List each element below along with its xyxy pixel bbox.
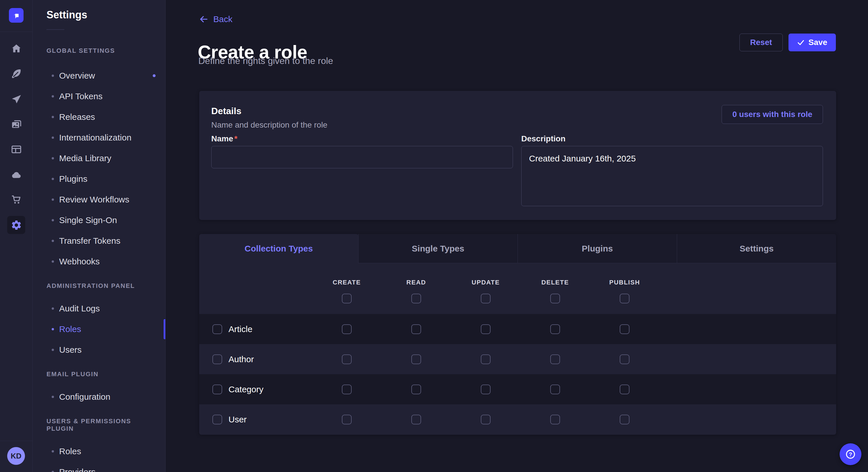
details-subtitle: Name and description of the role [211, 121, 328, 130]
row-select-checkbox[interactable] [212, 384, 222, 394]
author-create-checkbox[interactable] [342, 355, 352, 364]
sidebar-item-plugins[interactable]: Plugins [33, 169, 165, 189]
description-field-group: Description Created January 16th, 2025 [521, 134, 823, 207]
sidebar-item-users[interactable]: Users [33, 339, 165, 360]
check-icon [797, 39, 805, 46]
tab-settings[interactable]: Settings [677, 234, 836, 263]
tab-single-types[interactable]: Single Types [358, 234, 518, 263]
permissions-table: CREATE READ UPDATE DELETE PUBLISH [199, 263, 836, 435]
page-subtitle: Define the rights given to the role [198, 56, 333, 66]
sidebar-title: Settings [46, 9, 165, 21]
strapi-logo[interactable] [9, 8, 24, 23]
section-heading-global-settings: GLOBAL SETTINGS [46, 47, 152, 55]
sidebar-item-configuration[interactable]: Configuration [33, 386, 165, 407]
user-update-checkbox[interactable] [481, 415, 491, 425]
settings-gear-icon-active[interactable] [7, 216, 25, 234]
author-update-checkbox[interactable] [481, 355, 491, 364]
select-all-create-checkbox[interactable] [342, 294, 352, 303]
user-avatar[interactable]: KD [7, 447, 25, 465]
details-title: Details [211, 106, 328, 116]
users-with-role-button[interactable]: 0 users with this role [722, 105, 823, 124]
sidebar-item-overview[interactable]: Overview [33, 65, 165, 86]
article-create-checkbox[interactable] [342, 324, 352, 334]
user-create-checkbox[interactable] [342, 415, 352, 425]
category-publish-checkbox[interactable] [620, 384, 629, 394]
row-select-checkbox[interactable] [212, 355, 222, 364]
sidebar-item-webhooks[interactable]: Webhooks [33, 251, 165, 272]
sidebar-item-single-sign-on[interactable]: Single Sign-On [33, 210, 165, 231]
notification-dot-icon [153, 74, 156, 77]
author-delete-checkbox[interactable] [550, 355, 560, 364]
bullet-icon [52, 95, 54, 98]
details-card-header: Details Name and description of the role [211, 106, 328, 130]
bullet-icon [52, 450, 54, 452]
category-update-checkbox[interactable] [481, 384, 491, 394]
tab-collection-types[interactable]: Collection Types [199, 234, 358, 263]
user-publish-checkbox[interactable] [620, 415, 629, 425]
sidebar-item-transfer-tokens[interactable]: Transfer Tokens [33, 231, 165, 251]
bullet-icon [52, 198, 54, 201]
description-label: Description [521, 134, 823, 144]
sidebar-item-releases[interactable]: Releases [33, 107, 165, 127]
sidebar-item-api-tokens[interactable]: API Tokens [33, 86, 165, 107]
author-read-checkbox[interactable] [411, 355, 421, 364]
name-label: Name* [211, 134, 513, 144]
content-type-builder-icon[interactable] [10, 143, 23, 156]
sidebar-item-providers[interactable]: Providers [33, 462, 165, 472]
row-select-checkbox[interactable] [212, 415, 222, 425]
sidebar-item-internationalization[interactable]: Internationalization [33, 127, 165, 148]
rail-divider-bottom [0, 441, 32, 441]
permissions-card: Collection Types Single Types Plugins Se… [199, 234, 836, 435]
save-button[interactable]: Save [788, 34, 836, 51]
section-heading-users-permissions-plugin: USERS & PERMISSIONS PLUGIN [46, 417, 152, 432]
release-paper-plane-icon[interactable] [10, 93, 23, 106]
category-create-checkbox[interactable] [342, 384, 352, 394]
marketplace-cart-icon[interactable] [10, 193, 23, 206]
article-read-checkbox[interactable] [411, 324, 421, 334]
bullet-icon [52, 328, 54, 330]
row-select-checkbox[interactable] [212, 324, 222, 334]
content-manager-feather-icon[interactable] [10, 67, 23, 80]
back-link[interactable]: Back [199, 14, 232, 24]
bullet-icon [52, 240, 54, 242]
table-row-author: Author [199, 344, 836, 374]
article-delete-checkbox[interactable] [550, 324, 560, 334]
media-library-icon[interactable] [10, 118, 23, 131]
name-input[interactable] [211, 146, 513, 168]
help-button[interactable]: ? [840, 443, 861, 465]
save-label: Save [809, 38, 827, 47]
article-publish-checkbox[interactable] [620, 324, 629, 334]
header-actions: Reset Save [739, 34, 836, 51]
administration-panel-list: Audit Logs Roles Users [33, 298, 165, 360]
description-textarea[interactable]: Created January 16th, 2025 [521, 146, 823, 206]
select-all-delete-checkbox[interactable] [550, 294, 560, 303]
cloud-icon[interactable] [10, 168, 23, 181]
global-settings-list: Overview API Tokens Releases Internation… [33, 65, 165, 272]
sidebar-item-up-roles[interactable]: Roles [33, 441, 165, 462]
bullet-icon [52, 349, 54, 351]
bullet-icon [52, 260, 54, 263]
sidebar-item-review-workflows[interactable]: Review Workflows [33, 189, 165, 210]
article-update-checkbox[interactable] [481, 324, 491, 334]
strapi-logo-icon [11, 11, 21, 20]
section-heading-email-plugin: EMAIL PLUGIN [46, 370, 152, 378]
sidebar-item-media-library[interactable]: Media Library [33, 148, 165, 169]
user-read-checkbox[interactable] [411, 415, 421, 425]
bullet-icon [52, 74, 54, 77]
user-delete-checkbox[interactable] [550, 415, 560, 425]
category-read-checkbox[interactable] [411, 384, 421, 394]
tab-bar: Collection Types Single Types Plugins Se… [199, 234, 836, 263]
tab-plugins[interactable]: Plugins [518, 234, 677, 263]
category-delete-checkbox[interactable] [550, 384, 560, 394]
select-all-publish-checkbox[interactable] [620, 294, 629, 303]
reset-button[interactable]: Reset [739, 34, 782, 51]
author-publish-checkbox[interactable] [620, 355, 629, 364]
sidebar-item-roles-active[interactable]: Roles [33, 319, 165, 339]
sidebar-item-audit-logs[interactable]: Audit Logs [33, 298, 165, 319]
nav-rail: KD [0, 0, 33, 472]
settings-sidebar: Settings GLOBAL SETTINGS Overview API To… [33, 0, 166, 472]
select-all-read-checkbox[interactable] [411, 294, 421, 303]
table-row-article: Article [199, 314, 836, 344]
select-all-update-checkbox[interactable] [481, 294, 491, 303]
home-icon[interactable] [10, 42, 23, 55]
